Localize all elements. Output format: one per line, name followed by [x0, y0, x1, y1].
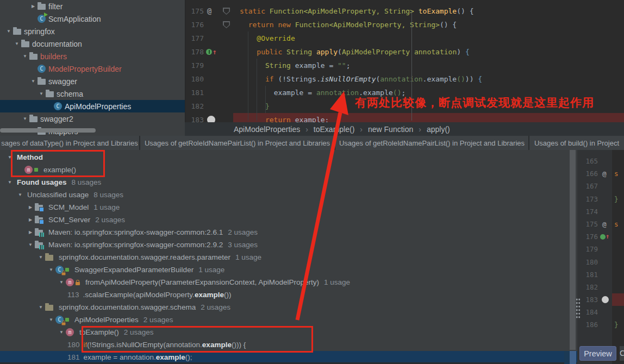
module-icon — [35, 217, 43, 223]
usage-row-maven-io-springfox-springfox-s[interactable]: ▶Maven: io.springfox:springfox-swagger-c… — [0, 226, 577, 239]
usage-row-springfox-documentation-swagge[interactable]: ▼springfox.documentation.swagger.schema2… — [0, 301, 577, 313]
package-icon — [45, 305, 53, 311]
code-token: @Override — [257, 34, 295, 42]
tree-item-documentation[interactable]: ▼documentation — [0, 37, 185, 50]
code-text[interactable]: s — [612, 167, 624, 180]
chevron-right-icon[interactable]: ▶ — [29, 4, 38, 9]
code-text[interactable]: return example; — [233, 113, 624, 122]
line-number: 165 — [577, 155, 599, 167]
code-text[interactable] — [612, 293, 624, 306]
breadcrumb-item-apimodelproperties[interactable]: ApiModelProperties — [234, 125, 300, 134]
usages-tab-1[interactable]: sages of dataType() in Project and Libra… — [0, 136, 140, 150]
usage-row-apimodelproperties[interactable]: ▼CApiModelProperties2 usages — [0, 313, 577, 326]
tree-item-schema[interactable]: ▼schema — [0, 87, 185, 100]
navigate-up-icon[interactable]: ↑ — [606, 230, 609, 243]
code-text[interactable] — [612, 243, 624, 255]
usages-tab-3[interactable]: Usages of getRoleIdNamePairList() in Pro… — [335, 136, 529, 150]
code-text[interactable] — [233, 0, 624, 4]
usage-row-found-usages[interactable]: ▼Found usages8 usages — [0, 176, 577, 189]
usage-row-fromapimodelproperty-parameter[interactable]: ▼mfromApiModelProperty(ParameterExpansio… — [0, 276, 577, 288]
chevron-down-icon[interactable]: ▼ — [13, 41, 21, 46]
chevron-right-icon[interactable]: ▶ — [26, 205, 35, 210]
breadcrumb-item-apply[interactable]: apply() — [427, 125, 450, 134]
code-text[interactable] — [612, 205, 624, 218]
vertical-scrollbar[interactable] — [570, 150, 576, 350]
tree-item-builders[interactable]: ▼builders — [0, 50, 185, 62]
annotation-box-method — [11, 150, 105, 177]
code-text[interactable]: return new Function<ApiModelProperty, St… — [233, 18, 624, 32]
code-text[interactable]: String example = ""; — [233, 59, 624, 72]
chevron-down-icon[interactable]: ▼ — [29, 79, 38, 84]
panel-corner-decoration — [564, 351, 570, 364]
tree-item-scmapplication[interactable]: CScmApplication — [0, 12, 185, 25]
code-token: return — [265, 116, 295, 122]
breadcrumb-item-toexample[interactable]: toExample() — [314, 125, 354, 134]
locked-class-icon: C — [55, 266, 64, 274]
usages-tab-4[interactable]: Usages of build() in Project — [529, 136, 624, 150]
code-text[interactable]: } — [612, 193, 624, 205]
tree-item-springfox[interactable]: ▼springfox — [0, 25, 185, 37]
code-tab-partial[interactable]: C — [620, 346, 624, 361]
chevron-down-icon[interactable]: ▼ — [26, 242, 35, 247]
tree-item-label: builders — [40, 52, 67, 61]
tree-item-filter[interactable]: ▶filter — [0, 0, 185, 12]
chevron-down-icon[interactable]: ▼ — [47, 317, 55, 322]
code-text[interactable]: s — [612, 218, 624, 230]
code-token: } — [265, 102, 270, 110]
line-number: 181 — [577, 268, 599, 281]
fold-marker-icon[interactable] — [223, 8, 230, 15]
fold-marker-icon[interactable] — [223, 21, 230, 28]
usage-row-line-181[interactable]: 181example = annotation.example(); — [0, 351, 577, 363]
line-number: 182 — [185, 99, 204, 113]
chevron-down-icon[interactable]: ▼ — [47, 267, 55, 272]
tree-item-swagger[interactable]: ▼swagger — [0, 75, 185, 87]
usage-row-unclassified-usage[interactable]: ▼Unclassified usage8 usages — [0, 189, 577, 201]
breadcrumb-separator: › — [305, 125, 308, 134]
chevron-right-icon[interactable]: ▶ — [26, 217, 35, 222]
usages-tab-2[interactable]: Usages of getRoleIdNamePairList() in Pro… — [140, 136, 335, 150]
code-text[interactable] — [612, 281, 624, 293]
code-text[interactable] — [612, 180, 624, 192]
code-text[interactable] — [612, 230, 624, 243]
chevron-down-icon[interactable]: ▼ — [21, 54, 29, 59]
chevron-down-icon[interactable]: ▼ — [36, 305, 45, 310]
code-text[interactable] — [612, 268, 624, 281]
chevron-right-icon[interactable]: ▶ — [26, 230, 35, 235]
chevron-down-icon[interactable]: ▼ — [36, 255, 45, 260]
usage-row-springfox-documentation-swagge[interactable]: ▼springfox.documentation.swagger.readers… — [0, 251, 577, 263]
code-text[interactable] — [612, 306, 624, 318]
splitter-drag-handle[interactable] — [576, 298, 581, 319]
breakpoint-icon[interactable] — [207, 116, 215, 122]
code-text[interactable]: if (!Strings.isNullOrEmpty(annotation.ex… — [233, 72, 624, 86]
tree-item-modelpropertybuilder[interactable]: CModelPropertyBuilder — [0, 62, 185, 75]
breakpoint-icon[interactable] — [602, 296, 609, 303]
indent-guide — [265, 86, 266, 113]
horizontal-scrollbar[interactable] — [0, 128, 96, 133]
code-text[interactable]: @Override — [233, 32, 624, 45]
chevron-down-icon[interactable]: ▼ — [21, 116, 29, 121]
code-text[interactable]: public String apply(ApiModelProperty ann… — [233, 45, 624, 59]
code-text[interactable] — [612, 256, 624, 268]
breadcrumb-item-new-function[interactable]: new Function — [368, 125, 413, 134]
override-marker-icon[interactable] — [600, 234, 606, 240]
preview-button[interactable]: Preview — [579, 346, 616, 361]
usage-row-line-113[interactable]: 113.scalarExample(apiModelProperty.examp… — [0, 288, 577, 301]
chevron-down-icon[interactable]: ▼ — [16, 192, 24, 197]
chevron-down-icon[interactable]: ▼ — [5, 180, 14, 185]
chevron-down-icon[interactable]: ▼ — [4, 29, 13, 34]
tree-item-apimodelproperties[interactable]: CApiModelProperties — [0, 100, 185, 112]
usage-row-scm-model[interactable]: ▶SCM_Model1 usage — [0, 201, 577, 214]
chevron-down-icon[interactable]: ▼ — [57, 280, 66, 285]
code-text[interactable]: } — [612, 318, 624, 331]
chevron-down-icon[interactable]: ▼ — [57, 330, 66, 335]
code-text[interactable] — [612, 155, 624, 167]
usage-row-swaggerexpandedparameterbuilde[interactable]: ▼CSwaggerExpandedParameterBuilder1 usage — [0, 263, 577, 276]
override-marker-icon[interactable] — [206, 49, 212, 55]
chevron-down-icon[interactable]: ▼ — [37, 91, 46, 96]
code-text[interactable]: static Function<ApiModelProperty, String… — [233, 4, 624, 18]
tree-item-swagger2[interactable]: ▼swagger2 — [0, 112, 185, 125]
usage-row-scm-server[interactable]: ▶SCM_Server2 usages — [0, 214, 577, 226]
navigate-up-icon[interactable]: ↑ — [213, 45, 217, 59]
usage-row-maven-io-springfox-springfox-s[interactable]: ▼Maven: io.springfox:springfox-swagger-c… — [0, 239, 577, 251]
preview-line-167: 167 — [577, 180, 624, 192]
